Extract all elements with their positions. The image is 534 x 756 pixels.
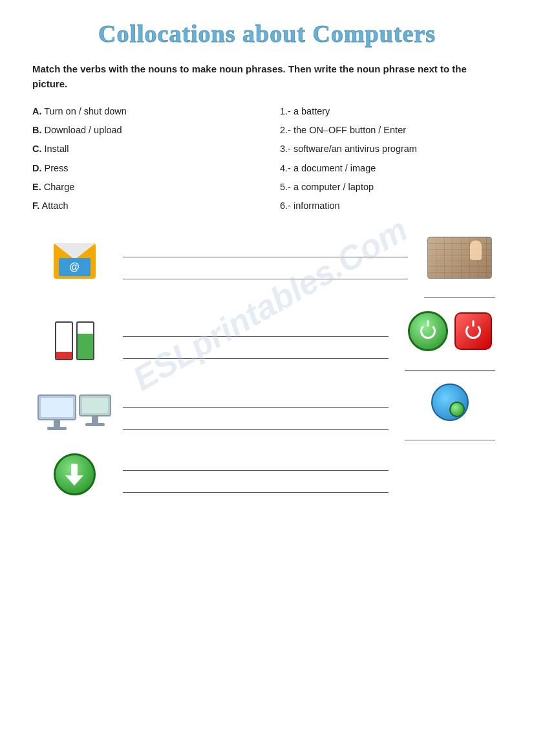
- power-off-icon: [454, 312, 492, 350]
- power-buttons: [408, 311, 492, 351]
- list-item: E. Charge: [32, 180, 254, 195]
- write-line[interactable]: [123, 345, 389, 359]
- verbs-column: A. Turn on / shut down B. Download / upl…: [32, 104, 254, 217]
- list-item: 4.- a document / image: [280, 161, 502, 176]
- battery-icon-low: [55, 321, 73, 360]
- write-line[interactable]: [405, 426, 495, 440]
- write-line[interactable]: [123, 394, 389, 408]
- write-line[interactable]: [123, 243, 408, 257]
- list-item: B. Download / upload: [32, 123, 254, 138]
- write-line[interactable]: [405, 356, 495, 371]
- activity-row-2: [32, 311, 502, 371]
- list-item: F. Attach: [32, 199, 254, 213]
- activity-row-1: [32, 237, 502, 298]
- power-on-icon: [408, 311, 448, 351]
- list-item: 1.- a battery: [280, 104, 502, 119]
- activity-row-4: [32, 453, 502, 495]
- list-item: D. Press: [32, 161, 254, 176]
- columns: A. Turn on / shut down B. Download / upl…: [32, 104, 502, 217]
- write-line[interactable]: [424, 284, 495, 298]
- computer-icon: [48, 394, 100, 430]
- write-line[interactable]: [123, 479, 389, 493]
- write-line[interactable]: [123, 457, 389, 471]
- write-line[interactable]: [123, 265, 408, 279]
- activities-section: [32, 237, 502, 495]
- list-item: 3.- software/an antivirus program: [280, 142, 502, 157]
- write-line[interactable]: [123, 323, 389, 337]
- list-item: 5.- a computer / laptop: [280, 180, 502, 195]
- write-line[interactable]: [123, 416, 389, 430]
- globe-icon: [431, 383, 469, 421]
- battery-icons: [55, 321, 94, 360]
- keyboard-photo: [427, 237, 492, 279]
- list-item: 2.- the ON–OFF button / Enter: [280, 123, 502, 138]
- nouns-column: 1.- a battery 2.- the ON–OFF button / En…: [280, 104, 502, 217]
- page-title: Collocations about Computers: [32, 19, 502, 48]
- instruction: Match the verbs with the nouns to make n…: [32, 62, 502, 91]
- download-icon: [54, 453, 96, 495]
- list-item: 6.- information: [280, 199, 502, 213]
- email-icon: [54, 243, 96, 279]
- activity-row-3: [32, 383, 502, 440]
- list-item: A. Turn on / shut down: [32, 104, 254, 119]
- battery-icon-high: [76, 321, 94, 360]
- list-item: C. Install: [32, 142, 254, 157]
